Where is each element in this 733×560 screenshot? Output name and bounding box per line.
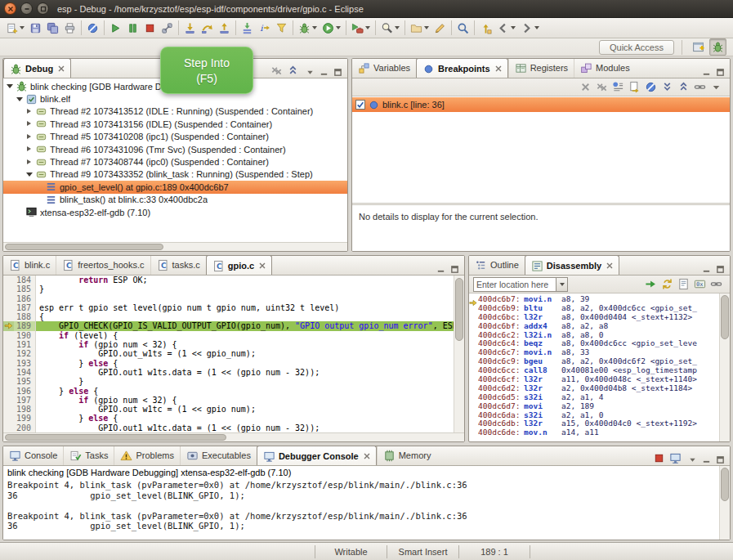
external-tools-button[interactable] [349,20,373,37]
disassembly-line[interactable]: 400dc6bf:addx4a8, a2, a8 [469,322,719,331]
tab-breakpoints[interactable]: Breakpoints [416,59,508,78]
instruction-stepping-button[interactable]: i [256,20,273,37]
show-opcodes-button[interactable]: 0x [693,277,707,291]
code-editor[interactable]: 184 return ESP_OK;185}186187esp_err_t gp… [3,276,454,432]
close-tab-icon[interactable] [606,262,613,269]
tab-modules[interactable]: Modules [574,59,636,78]
step-return-button[interactable] [216,20,233,37]
line-number[interactable]: 198 [14,405,36,414]
collapse-all-button[interactable] [677,80,691,94]
line-number[interactable]: 190 [14,331,36,340]
code-line[interactable]: 199 } else { [3,414,454,423]
suspend-button[interactable] [124,20,141,37]
debug-tree-item[interactable]: Thread #9 1073433352 (blink_task : Runni… [3,168,347,181]
editor-marker-bar[interactable] [3,377,14,386]
editor-marker-bar[interactable] [3,294,14,303]
tab-outline[interactable]: Outline [469,256,525,275]
go-to-file-button[interactable] [628,80,641,94]
editor-marker-bar[interactable] [3,349,14,358]
code-line[interactable]: 197 if (gpio_num < 32) { [3,396,454,405]
code-line[interactable]: 200 GPIO.out1_w1tc.data = (1 << (gpio_nu… [3,423,454,432]
code-line[interactable]: 185} [3,284,454,293]
debug-horizontal-scrollbar[interactable] [3,242,347,251]
maximize-view-button[interactable] [715,67,726,78]
code-line[interactable]: 198 GPIO.out_w1tc = (1 << gpio_num); [3,405,454,414]
disconnect-button[interactable] [159,20,176,37]
code-line[interactable]: 191 if (gpio_num < 32) { [3,340,454,349]
close-tab-icon[interactable] [495,65,502,72]
code-line[interactable]: 193 } else { [3,359,454,368]
editor-marker-bar[interactable] [3,303,14,312]
debug-tree-item[interactable]: Thread #5 1073410208 (ipc1) (Suspended :… [3,131,347,143]
drop-to-frame-button[interactable] [239,20,256,37]
view-menu-button[interactable] [305,67,315,78]
step-over-button[interactable] [199,20,216,37]
tab-tasks-c[interactable]: Ctasks.c [150,256,206,275]
skip-all-breakpoints-button[interactable] [84,20,101,37]
disassembly-listing[interactable]: 400dc6b7:movi.na8, 39400dc6b9:bltua8, a2… [469,293,719,441]
line-number[interactable]: 199 [14,414,36,423]
maximize-view-button[interactable] [333,67,343,78]
expander-closed-icon[interactable] [25,145,34,154]
tab-tasks[interactable]: Tasks [63,446,114,465]
editor-marker-bar[interactable] [3,331,14,340]
debug-tree-item[interactable]: Thread #6 1073431096 (Tmr Svc) (Suspende… [3,143,347,155]
display-selected-console-button[interactable] [668,451,682,465]
scrollbar-thumb[interactable] [455,278,463,341]
close-tab-icon[interactable] [364,453,370,459]
editor-marker-bar[interactable] [3,396,14,405]
scrollbar-thumb[interactable] [721,295,729,339]
expander-closed-icon[interactable] [25,107,34,116]
tab-problems[interactable]: Problems [114,446,179,465]
debug-tree-item[interactable]: Thread #2 1073413512 (IDLE : Running) (S… [3,105,347,118]
show-breakpoints-for-selection-button[interactable] [611,80,625,94]
editor-marker-bar[interactable] [3,414,14,423]
line-number[interactable]: 197 [14,396,36,405]
debug-tree-item[interactable]: xtensa-esp32-elf-gdb (7.10) [3,206,347,218]
minimize-view-button[interactable] [701,264,712,275]
line-number[interactable]: 184 [14,276,36,284]
editor-marker-bar[interactable] [3,276,14,284]
disassembly-line[interactable]: 400dc6d7:movia2, 189 [469,402,719,411]
expander-closed-icon[interactable] [25,158,34,167]
editor-marker-bar[interactable] [3,284,14,293]
navigate-to-pc-button[interactable] [644,277,658,291]
instruction-pointer-icon[interactable] [3,321,14,330]
open-perspective-button[interactable] [690,38,707,56]
link-with-debug-view-button[interactable] [693,80,707,94]
edit-button[interactable] [431,20,449,37]
disassembly-vertical-scrollbar[interactable] [719,293,730,441]
line-number[interactable]: 194 [14,368,36,377]
use-step-filters-button[interactable] [273,20,290,37]
view-menu-button[interactable] [687,455,698,465]
show-source-button[interactable] [677,277,691,291]
scrollbar-thumb[interactable] [5,244,163,250]
tab-gpio-c[interactable]: Cgpio.c [206,256,272,275]
quick-access-button[interactable]: Quick Access [599,40,674,55]
window-minimize-button[interactable] [20,2,33,15]
code-line[interactable]: 184 return ESP_OK; [3,276,454,284]
line-number[interactable]: 200 [14,423,36,432]
combo-dropdown-icon[interactable] [556,278,567,291]
debug-tree-item[interactable]: blink_task() at blink.c:33 0x400dbc2a [3,194,347,206]
open-element-button[interactable] [454,20,472,37]
debug-button[interactable] [296,20,320,37]
breakpoint-checkbox[interactable] [355,100,365,110]
expander-closed-icon[interactable] [25,119,34,128]
step-into-button[interactable] [181,20,199,37]
run-button[interactable] [320,20,343,37]
editor-marker-bar[interactable] [3,340,14,349]
link-with-active-debug-context-button[interactable] [709,277,723,291]
line-number[interactable]: 186 [14,294,36,303]
tab-variables[interactable]: Variables [352,59,416,78]
editor-marker-bar[interactable] [3,387,14,396]
debug-tree-item[interactable]: Thread #7 1073408744 (ipc0) (Suspended :… [3,155,347,168]
line-number[interactable]: 196 [14,387,36,396]
maximize-view-button[interactable] [715,264,726,275]
maximize-view-button[interactable] [449,264,460,275]
scrollbar-thumb[interactable] [5,434,226,441]
editor-marker-bar[interactable] [3,405,14,414]
editor-marker-bar[interactable] [3,359,14,368]
window-maximize-button[interactable] [37,2,49,15]
line-number[interactable]: 192 [14,349,36,358]
